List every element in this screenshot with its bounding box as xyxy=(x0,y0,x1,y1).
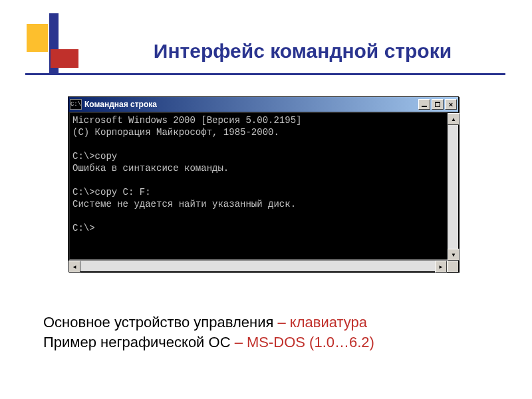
maximize-button[interactable] xyxy=(432,99,444,110)
caption-line-1: Основное устройство управления – клавиат… xyxy=(43,313,492,332)
cmd-icon: C:\ xyxy=(70,99,82,110)
deco-red-block xyxy=(51,49,78,68)
caption-1-black: Основное устройство управления xyxy=(43,314,277,331)
scroll-right-button[interactable]: ► xyxy=(435,261,447,273)
vscroll-track[interactable] xyxy=(448,125,458,249)
minimize-button[interactable] xyxy=(418,99,430,110)
close-button[interactable]: × xyxy=(445,99,457,110)
caption-2-black: Пример неграфической ОС xyxy=(43,334,235,350)
caption-line-2: Пример неграфической ОС – MS-DOS (1.0…6.… xyxy=(43,332,492,352)
command-prompt-window: C:\ Командная строка × Microsoft Windows… xyxy=(68,96,459,272)
window-titlebar[interactable]: C:\ Командная строка × xyxy=(68,97,458,112)
size-grip[interactable] xyxy=(447,261,458,272)
caption-1-red: – клавиатура xyxy=(277,314,367,331)
caption-block: Основное устройство управления – клавиат… xyxy=(43,313,492,352)
scroll-down-button[interactable]: ▼ xyxy=(448,249,460,261)
deco-yellow-block xyxy=(27,24,48,52)
title-underline xyxy=(25,73,505,75)
vertical-scrollbar[interactable]: ▲ ▼ xyxy=(448,112,458,261)
scroll-left-button[interactable]: ◄ xyxy=(68,261,80,273)
caption-2-red: – MS-DOS (1.0…6.2) xyxy=(235,334,374,350)
horizontal-scrollbar[interactable]: ◄ ► xyxy=(68,261,458,271)
scroll-up-button[interactable]: ▲ xyxy=(448,113,460,125)
hscroll-track[interactable] xyxy=(80,261,435,271)
window-title: Командная строка xyxy=(84,100,417,109)
title-decoration xyxy=(19,13,92,86)
slide-title: Интерфейс командной строки xyxy=(100,40,505,63)
console-output[interactable]: Microsoft Windows 2000 [Версия 5.00.2195… xyxy=(68,112,448,261)
